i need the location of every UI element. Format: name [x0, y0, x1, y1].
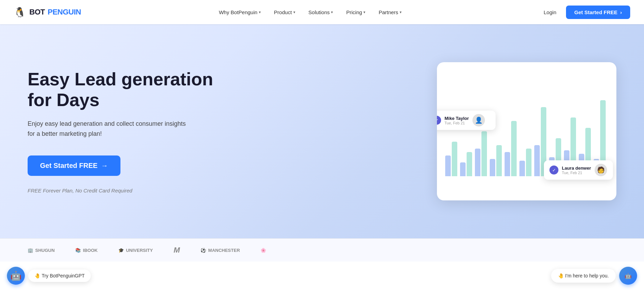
nav-item-pricing[interactable]: Pricing ▾ [341, 7, 370, 18]
nav-actions: Login Get Started FREE › [539, 6, 630, 19]
why-chevron-icon: ▾ [259, 10, 261, 15]
bar-group [519, 149, 531, 176]
hero-note: FREE Forever Plan, No Credit Card Requir… [28, 188, 235, 193]
partner-manchester: ⚽ MANCHESTER [201, 248, 240, 253]
bar-group [460, 152, 472, 176]
nav-partners-label: Partners [379, 9, 398, 15]
logo-guin: GUIN [63, 8, 81, 16]
hero-subtitle: Enjoy easy lead generation and collect c… [28, 119, 193, 139]
bar-teal [496, 145, 502, 176]
bar-teal [481, 131, 487, 176]
hero-visual: ✓ Mike Taylor Tue, Feb 21 👤 ✓ Laura denw… [235, 62, 616, 200]
solutions-chevron-icon: ▾ [331, 10, 333, 15]
logo[interactable]: 🐧 BOT PENGUIN [14, 7, 81, 18]
nav-item-partners[interactable]: Partners ▾ [374, 7, 407, 18]
bar-group [490, 145, 502, 176]
partner-lotus: 🌸 [261, 248, 266, 253]
lotus-icon: 🌸 [261, 248, 266, 253]
bar-blue [460, 162, 466, 176]
mike-info: Mike Taylor Tue, Feb 21 [445, 116, 469, 125]
bar-teal [511, 121, 517, 176]
ibook-icon: 📚 [75, 248, 81, 253]
manchester-icon: ⚽ [201, 248, 206, 253]
check-icon-mike: ✓ [437, 116, 441, 125]
nav-item-why[interactable]: Why BotPenguin ▾ [214, 7, 266, 18]
bar-blue [505, 152, 510, 176]
hero-content: Easy Lead generation for Days Enjoy easy… [28, 69, 235, 193]
laura-avatar: 🧑 [595, 164, 607, 176]
hero-cta-button[interactable]: Get Started FREE → [28, 155, 120, 176]
laura-name: Laura denwer [562, 166, 591, 171]
hero-cta-label: Get Started FREE [40, 162, 98, 170]
hero-title: Easy Lead generation for Days [28, 69, 235, 111]
shugun-icon: 🏢 [28, 248, 33, 253]
bar-blue [519, 161, 525, 176]
floating-card-mike: ✓ Mike Taylor Tue, Feb 21 👤 [437, 111, 496, 130]
navbar: 🐧 BOT PENGUIN Why BotPenguin ▾ Product ▾… [0, 0, 644, 24]
pricing-chevron-icon: ▾ [363, 10, 365, 15]
logo-penguin-icon: 🐧 [14, 7, 26, 18]
bar-group [475, 131, 487, 176]
nav-get-started-button[interactable]: Get Started FREE › [566, 6, 630, 19]
logo-pen: PEN [48, 8, 63, 16]
bar-blue [445, 155, 451, 176]
bar-blue [475, 149, 480, 176]
laura-info: Laura denwer Tue, Feb 21 [562, 166, 591, 175]
nav-item-product[interactable]: Product ▾ [269, 7, 300, 18]
check-icon-laura: ✓ [549, 166, 558, 174]
mike-name: Mike Taylor [445, 116, 469, 121]
bar-teal [526, 149, 531, 176]
nav-cta-label: Get Started FREE [574, 9, 617, 15]
nav-product-label: Product [274, 9, 292, 15]
mike-date: Tue, Feb 21 [445, 121, 469, 125]
nav-cta-arrow: › [620, 9, 622, 15]
hero-section: Easy Lead generation for Days Enjoy easy… [0, 24, 644, 238]
laura-date: Tue, Feb 21 [562, 171, 591, 175]
nav-why-label: Why BotPenguin [219, 9, 257, 15]
bar-teal [452, 142, 457, 176]
logo-bot-text: BOT [29, 8, 45, 17]
partner-shugun: 🏢 SHUGUN [28, 248, 55, 253]
bar-teal [467, 152, 472, 176]
nav-links: Why BotPenguin ▾ Product ▾ Solutions ▾ P… [214, 7, 407, 18]
bar-group [505, 121, 517, 176]
bar-group [445, 142, 457, 176]
university-icon: 🎓 [118, 248, 124, 253]
nav-item-solutions[interactable]: Solutions ▾ [304, 7, 338, 18]
logo-penguin-text: PENGUIN [48, 8, 81, 17]
chart-card: ✓ Mike Taylor Tue, Feb 21 👤 ✓ Laura denw… [437, 62, 616, 200]
partners-chevron-icon: ▾ [400, 10, 402, 15]
login-button[interactable]: Login [539, 7, 560, 18]
mike-avatar: 👤 [472, 114, 485, 126]
nav-solutions-label: Solutions [309, 9, 330, 15]
product-chevron-icon: ▾ [293, 10, 295, 15]
partner-maverick: M [174, 246, 180, 255]
nav-pricing-label: Pricing [346, 9, 362, 15]
partner-university: 🎓 UNIVERSITY [118, 248, 153, 253]
bar-blue [490, 159, 495, 176]
partner-ibook: 📚 IBOOK [75, 248, 98, 253]
hero-cta-arrow: → [101, 162, 108, 170]
maverick-icon: M [174, 246, 180, 255]
floating-card-laura: ✓ Laura denwer Tue, Feb 21 🧑 [544, 160, 613, 180]
bar-blue [534, 145, 540, 176]
partners-strip: 🏢 SHUGUN 📚 IBOOK 🎓 UNIVERSITY M ⚽ MANCHE… [0, 238, 644, 262]
